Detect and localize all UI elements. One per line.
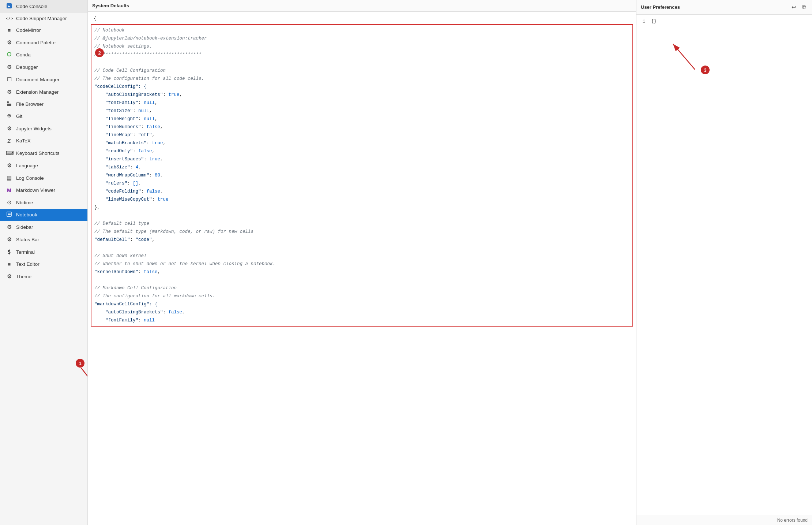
sidebar-item-git[interactable]: Git [0,110,87,122]
sidebar-item-status-bar[interactable]: ⚙Status Bar [0,233,87,246]
sidebar-item-file-browser[interactable]: File Browser [0,98,87,110]
sidebar-item-code-snippet-manager[interactable]: </>Code Snippet Manager [0,13,87,24]
sidebar-item-label-document-manager: Document Manager [16,77,60,82]
gear-icon: ⚙ [6,224,12,230]
annotation-1-area: 1 [76,359,84,368]
code-line: // @jupyterlab/notebook-extension:tracke… [91,34,632,42]
code-line: "readOnly": false, [91,147,632,155]
sidebar-item-keyboard-shortcuts[interactable]: ⌨Keyboard Shortcuts [0,147,87,159]
sidebar-item-sidebar[interactable]: ⚙Sidebar [0,221,87,233]
annotation-1-arrow [79,366,88,388]
sidebar-item-label-katex: KaTeX [16,138,31,144]
user-code-line-1: 1 {} [636,18,812,26]
code-line: // Notebook settings. [91,42,632,51]
code-line: "defaultCell": "code", [91,236,632,244]
code-line: // The default type (markdown, code, or … [91,228,632,236]
annotation-1-badge: 1 [76,359,84,368]
gear-icon: ⚙ [6,236,12,243]
code-line: "fontFamily": null, [91,99,632,107]
code-line: // Markdown Cell Configuration [91,284,632,292]
notebook-icon [6,212,12,218]
sidebar-item-jupyter-widgets[interactable]: ⚙Jupyter Widgets [0,122,87,135]
user-preferences-panel: User Preferences ↩ ⧉ 1 {} [636,0,812,525]
sidebar-item-label-text-editor: Text Editor [16,261,40,267]
sidebar-item-conda[interactable]: Conda [0,49,87,61]
sidebar-item-label-log-console: Log Console [16,175,44,181]
code-line: "codeFolding": false, [91,187,632,196]
circle-icon [6,52,12,58]
sidebar-item-markdown-viewer[interactable]: MMarkdown Viewer [0,184,87,196]
status-text: No errors found [777,518,808,523]
svg-rect-3 [7,101,9,103]
keyboard-icon: ⌨ [6,150,12,156]
code-line: "lineWiseCopyCut": true [91,196,632,204]
sidebar-item-codemirror[interactable]: ≡CodeMirror [0,24,87,36]
sidebar-item-label-conda: Conda [16,52,31,57]
user-preferences-title: User Preferences [641,4,680,10]
code-line [91,276,632,284]
system-defaults-title: System Defaults [92,3,129,8]
sidebar-item-nbdime[interactable]: ⊙Nbdime [0,196,87,209]
system-defaults-code-area[interactable]: {2// Notebook// @jupyterlab/notebook-ext… [88,12,636,525]
annotation-3-container: 3 [666,37,710,74]
gear-icon: ⚙ [6,39,12,46]
sidebar-item-label-code-snippet-manager: Code Snippet Manager [16,16,67,21]
svg-rect-9 [8,214,11,215]
sidebar-item-terminal[interactable]: $Terminal [0,246,87,258]
list-icon: ≡ [6,261,12,267]
undo-button[interactable]: ↩ [790,3,798,11]
sidebar-item-code-console[interactable]: ▶Code Console [0,0,87,13]
sidebar: ▶Code Console</>Code Snippet Manager≡Cod… [0,0,88,525]
code-line: // The configuration for all code cells. [91,75,632,83]
sidebar-item-extension-manager[interactable]: ⚙Extension Manager [0,86,87,98]
header-icon-group: ↩ ⧉ [790,3,808,11]
sidebar-item-text-editor[interactable]: ≡Text Editor [0,258,87,270]
sidebar-item-command-palette[interactable]: ⚙Command Palette [0,36,87,49]
sidebar-item-label-file-browser: File Browser [16,101,44,107]
sidebar-item-language[interactable]: ⚙Language [0,159,87,172]
code-line: "wordWrapColumn": 80, [91,171,632,179]
code-line: "fontFamily": null [91,316,632,324]
code-line [91,212,632,220]
code-line: "matchBrackets": true, [91,139,632,147]
code-line: "markdownCellConfig": { [91,300,632,308]
code-line: "codeCellConfig": { [91,83,632,91]
code-line [91,244,632,252]
code-line: "autoClosingBrackets": false, [91,308,632,316]
sidebar-item-label-codemirror: CodeMirror [16,27,41,33]
code-line: "fontSize": null, [91,107,632,115]
user-preferences-body[interactable]: 1 {} 3 [636,15,812,515]
main-content: System Defaults {2// Notebook// @jupyter… [88,0,812,525]
menu-icon: ≡ [6,27,12,33]
sidebar-item-label-code-console: Code Console [16,4,48,9]
svg-point-2 [7,52,11,56]
annotation-2-badge: 2 [95,48,104,57]
sidebar-item-document-manager[interactable]: ☐Document Manager [0,73,87,86]
code-line: // The configuration for all markdown ce… [91,292,632,300]
sidebar-item-theme[interactable]: ⚙Theme [0,270,87,283]
code-line: "lineNumbers": false, [91,123,632,131]
sidebar-item-label-nbdime: Nbdime [16,200,33,205]
sidebar-item-katex[interactable]: ΣKaTeX [0,135,87,147]
open-brace: {} [650,18,657,26]
sidebar-item-debugger[interactable]: ⚙Debugger [0,61,87,73]
sidebar-item-log-console[interactable]: ▤Log Console [0,172,87,184]
code-line: // Notebook [91,26,632,34]
svg-point-6 [8,115,10,116]
code-line: // Code Cell Configuration [91,67,632,75]
svg-line-11 [81,368,88,384]
status-bar: No errors found [636,515,812,525]
svg-rect-8 [8,213,11,213]
code-line: "lineWrap": "off", [91,131,632,139]
sidebar-item-label-git: Git [16,113,22,119]
svg-line-13 [673,44,695,70]
code-icon: </> [6,16,12,21]
gear-icon: ⚙ [6,273,12,280]
restore-defaults-button[interactable]: ⧉ [801,3,808,11]
code-line: "tabSize": 4, [91,163,632,171]
sidebar-item-notebook[interactable]: Notebook [0,209,87,221]
code-line: "lineHeight": null, [91,115,632,123]
sidebar-item-label-status-bar: Status Bar [16,237,39,242]
sidebar-item-label-sidebar: Sidebar [16,224,33,230]
system-defaults-panel: System Defaults {2// Notebook// @jupyter… [88,0,636,525]
